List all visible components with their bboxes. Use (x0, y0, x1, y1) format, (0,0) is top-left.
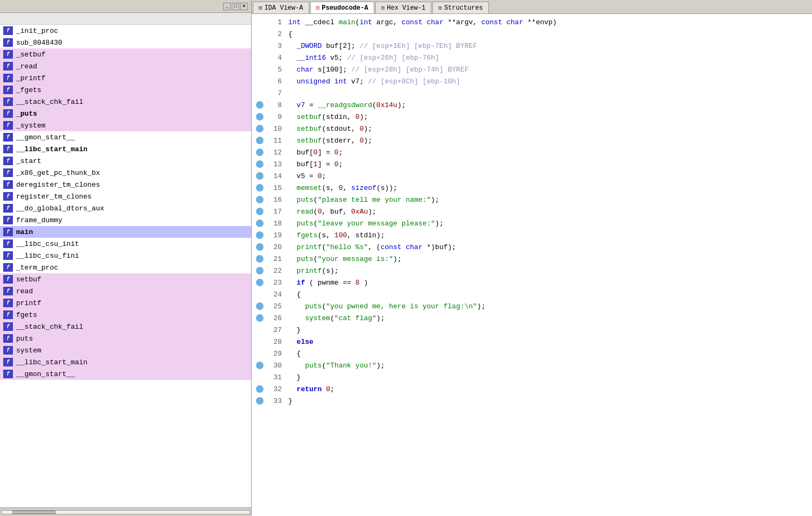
function-icon: f (3, 228, 13, 236)
function-icon: f (3, 322, 13, 331)
dot-4 (256, 54, 263, 61)
code-2: { (288, 30, 293, 38)
function-item[interactable]: f_setbuf (0, 48, 251, 60)
maximize-btn[interactable]: □ (232, 3, 239, 10)
function-item[interactable]: f__libc_csu_fini (0, 250, 251, 261)
horizontal-scrollbar[interactable] (0, 507, 251, 516)
code-area[interactable]: 1 int __cdecl main(int argc, const char … (252, 14, 812, 516)
function-item[interactable]: f_x86_get_pc_thunk_bx (0, 167, 251, 179)
code-10: setbuf(stdout, 0); (288, 125, 372, 133)
function-item[interactable]: f_printf (0, 72, 251, 84)
close-btn[interactable]: × (240, 3, 248, 10)
dot-14 (256, 172, 263, 180)
code-28: else (288, 338, 314, 346)
code-7 (288, 89, 293, 97)
function-name: __stack_chk_fail (16, 98, 83, 106)
function-icon: f (3, 26, 13, 35)
function-item[interactable]: f_term_proc (0, 261, 251, 273)
function-name: _x86_get_pc_thunk_bx (16, 169, 100, 177)
function-item[interactable]: f__stack_chk_fail (0, 96, 251, 108)
dot-20 (256, 243, 263, 251)
code-4: __int16 v5; // [esp+26h] [ebp-76h] (288, 54, 439, 62)
function-item[interactable]: fmain (0, 226, 251, 238)
code-26: system("cat flag"); (288, 314, 384, 322)
scrollbar-thumb[interactable] (12, 511, 55, 514)
right-panel: ⊞ IDA View-A ⊟ Pseudocode-A ⊞ Hex View-1… (252, 0, 812, 516)
code-11: setbuf(stderr, 0); (288, 137, 372, 145)
code-31: } (288, 373, 301, 381)
function-item[interactable]: fregister_tm_clones (0, 190, 251, 202)
function-item[interactable]: f__gmon_start__ (0, 368, 251, 380)
dot-28 (256, 338, 263, 345)
code-13: buf[1] = 0; (288, 160, 343, 168)
function-icon: f (3, 204, 13, 213)
code-30: puts("Thank you!"); (288, 362, 384, 370)
function-item[interactable]: ffgets (0, 309, 251, 321)
tab-hex-view[interactable]: ⊞ Hex View-1 (375, 2, 432, 13)
code-line-3: 3 _DWORD buf[2]; // [esp+1Eh] [ebp-7Eh] … (252, 40, 812, 52)
function-icon: f (3, 62, 13, 70)
code-line-26: 26 system("cat flag"); (252, 312, 812, 324)
tab-pseudocode[interactable]: ⊟ Pseudocode-A (310, 2, 374, 13)
code-19: fgets(s, 100, stdin); (288, 231, 384, 239)
function-item[interactable]: f__libc_start_main (0, 356, 251, 368)
tab-label-hex: Hex View-1 (387, 4, 425, 12)
minimize-btn[interactable]: _ (223, 3, 231, 10)
function-item[interactable]: f_fgets (0, 84, 251, 96)
code-16: puts("please tell me your name:"); (288, 196, 439, 204)
dot-24 (256, 291, 263, 298)
function-icon: f (3, 157, 13, 165)
function-name: __libc_start_main (16, 145, 88, 153)
function-item[interactable]: f_puts (0, 108, 251, 119)
function-item[interactable]: fread (0, 285, 251, 297)
function-icon: f (3, 50, 13, 59)
function-item[interactable]: fprintf (0, 297, 251, 309)
tab-structures[interactable]: ⊞ Structures (432, 2, 489, 13)
code-line-8: 8 v7 = __readgsdword(0x14u); (252, 99, 812, 111)
function-item[interactable]: f_system (0, 119, 251, 131)
function-item[interactable]: f__libc_csu_init (0, 238, 251, 250)
dot-5 (256, 66, 263, 73)
function-icon: f (3, 86, 13, 94)
function-item[interactable]: fsetbuf (0, 273, 251, 285)
code-line-32: 32 return 0; (252, 383, 812, 395)
code-line-33: 33 } (252, 395, 812, 407)
tab-icon-struct: ⊞ (438, 4, 442, 11)
function-item[interactable]: f__stack_chk_fail (0, 321, 251, 333)
function-item[interactable]: f__do_global_dtors_aux (0, 202, 251, 214)
function-item[interactable]: fderegister_tm_clones (0, 179, 251, 190)
function-name: setbuf (16, 275, 41, 284)
column-header (0, 13, 251, 25)
code-line-20: 20 printf("hello %s", (const char *)buf)… (252, 241, 812, 253)
tab-label-struct: Structures (444, 4, 483, 12)
function-name: _start (16, 157, 41, 165)
function-name: _init_proc (16, 27, 58, 35)
dot-8 (256, 101, 263, 109)
function-icon: f (3, 109, 13, 118)
header-buttons: _ □ × (223, 3, 248, 10)
right-tab-bar: ⊞ IDA View-A ⊟ Pseudocode-A ⊞ Hex View-1… (252, 0, 812, 14)
function-item[interactable]: fsystem (0, 344, 251, 356)
function-icon: f (3, 299, 13, 307)
function-list[interactable]: f_init_procfsub_8048430f_setbuff_readf_p… (0, 25, 251, 507)
tab-label-pseudo: Pseudocode-A (322, 4, 368, 12)
function-name: __gmon_start__ (16, 133, 75, 142)
function-item[interactable]: f__libc_start_main (0, 143, 251, 155)
code-20: printf("hello %s", (const char *)buf); (288, 243, 456, 251)
dot-6 (256, 77, 263, 85)
function-item[interactable]: f_init_proc (0, 25, 251, 37)
function-item[interactable]: fframe_dummy (0, 214, 251, 226)
function-item[interactable]: f_start (0, 155, 251, 167)
code-line-21: 21 puts("your message is:"); (252, 253, 812, 265)
tab-ida-view[interactable]: ⊞ IDA View-A (253, 2, 309, 13)
function-item[interactable]: fsub_8048430 (0, 37, 251, 48)
function-item[interactable]: fputs (0, 333, 251, 344)
function-item[interactable]: f__gmon_start__ (0, 131, 251, 143)
dot-17 (256, 208, 263, 215)
function-icon: f (3, 97, 13, 106)
dot-33 (256, 397, 263, 405)
code-32: return 0; (288, 385, 334, 393)
function-name: __stack_chk_fail (16, 323, 83, 331)
code-27: } (288, 326, 301, 334)
function-item[interactable]: f_read (0, 60, 251, 72)
